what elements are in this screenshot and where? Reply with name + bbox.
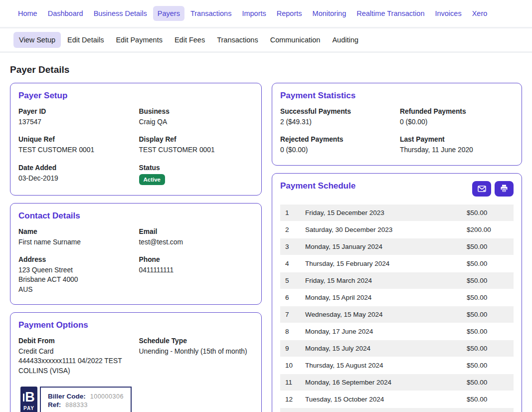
bpay-logo-icon: B PAY (20, 387, 37, 412)
nav-item-realtime-transaction[interactable]: Realtime Transaction (352, 6, 429, 21)
subnav-tab-edit-details[interactable]: Edit Details (62, 32, 109, 48)
schedule-cell-amount: $50.00 (462, 391, 514, 408)
schedule-cell-num: 12 (280, 391, 300, 408)
nav-item-reports[interactable]: Reports (272, 6, 307, 21)
schedule-cell-date: Thursday, 15 February 2024 (300, 255, 462, 272)
schedule-cell-amount: $50.00 (462, 374, 514, 391)
page-title: Payer Details (10, 64, 522, 75)
nav-item-home[interactable]: Home (13, 6, 42, 21)
schedule-row: 7Wednesday, 15 May 2024$50.00 (280, 306, 514, 323)
schedule-cell-amount: $50.00 (462, 205, 514, 221)
schedule-cell-amount: $50.00 (462, 289, 514, 306)
top-navbar: HomeDashboardBusiness DetailsPayersTrans… (0, 0, 532, 28)
payment-statistics-title: Payment Statistics (280, 91, 514, 101)
nav-item-xero[interactable]: Xero (468, 6, 492, 21)
schedule-cell-num: 6 (280, 289, 300, 306)
schedule-type-value: Unending - Monthly (15th of month) (139, 347, 254, 356)
schedule-cell-amount: $50.00 (462, 408, 514, 412)
schedule-type-field: Schedule Type Unending - Monthly (15th o… (139, 337, 254, 376)
schedule-row: 8Monday, 17 June 2024$50.00 (280, 323, 514, 340)
schedule-cell-amount: $50.00 (462, 357, 514, 374)
schedule-cell-amount: $50.00 (462, 306, 514, 323)
payment-statistics-card: Payment Statistics Successful Payments 2… (272, 83, 522, 166)
subnav-tab-auditing[interactable]: Auditing (327, 32, 363, 48)
schedule-cell-num: 7 (280, 306, 300, 323)
contact-details-title: Contact Details (18, 211, 253, 221)
schedule-cell-amount: $50.00 (462, 340, 514, 357)
subnav-tab-edit-payments[interactable]: Edit Payments (110, 32, 168, 48)
subnav-tab-view-setup[interactable]: View Setup (13, 32, 61, 48)
subnav-tab-communication[interactable]: Communication (265, 32, 326, 48)
successful-payments-field: Successful Payments 2 ($49.31) (280, 108, 394, 127)
schedule-cell-date: Friday, 15 November 2024 (300, 408, 462, 412)
schedule-row: 10Thursday, 15 August 2024$50.00 (280, 357, 514, 374)
status-field: Status Active (139, 164, 254, 185)
display-ref-label: Display Ref (139, 136, 254, 143)
display-ref-value: TEST CUSTOMER 0001 (139, 145, 254, 155)
rejected-payments-field: Rejected Payments 0 ($0.00) (280, 136, 394, 155)
print-schedule-button[interactable] (495, 181, 514, 197)
nav-item-transactions[interactable]: Transactions (186, 6, 236, 21)
refunded-payments-field: Refunded Payments 0 ($0.00) (400, 108, 514, 127)
schedule-cell-num: 5 (280, 272, 300, 289)
successful-payments-label: Successful Payments (280, 108, 394, 115)
schedule-cell-date: Monday, 16 September 2024 (300, 374, 462, 391)
payer-id-value: 137547 (18, 117, 133, 127)
name-label: Name (18, 228, 133, 235)
schedule-cell-num: 4 (280, 255, 300, 272)
nav-item-monitoring[interactable]: Monitoring (308, 6, 351, 21)
bpay-i-bar (23, 394, 24, 402)
debit-from-field: Debit From Credit Card 444433xxxxxx1111 … (18, 337, 133, 376)
refunded-payments-value: 0 ($0.00) (400, 117, 514, 127)
bpay-pay-text: PAY (23, 406, 34, 411)
debit-from-value: Credit Card 444433xxxxxx1111 04/2022 TES… (18, 347, 133, 376)
bpay-b-glyph: B (25, 391, 35, 404)
schedule-cell-num: 8 (280, 323, 300, 340)
schedule-cell-date: Saturday, 30 December 2023 (300, 221, 462, 238)
nav-item-imports[interactable]: Imports (237, 6, 270, 21)
schedule-row: 1Friday, 15 December 2023$50.00 (280, 205, 514, 221)
rejected-payments-label: Rejected Payments (280, 136, 394, 143)
schedule-row: 6Monday, 15 April 2024$50.00 (280, 289, 514, 306)
date-added-field: Date Added 03-Dec-2019 (18, 164, 133, 185)
nav-item-business-details[interactable]: Business Details (89, 6, 152, 21)
display-ref-field: Display Ref TEST CUSTOMER 0001 (139, 136, 254, 155)
business-value: Craig QA (139, 117, 254, 127)
schedule-cell-amount: $50.00 (462, 255, 514, 272)
nav-item-payers[interactable]: Payers (153, 6, 184, 21)
last-payment-label: Last Payment (400, 136, 514, 143)
schedule-cell-num: 10 (280, 357, 300, 374)
schedule-row: 4Thursday, 15 February 2024$50.00 (280, 255, 514, 272)
subnav-tab-transactions[interactable]: Transactions (211, 32, 263, 48)
schedule-type-label: Schedule Type (139, 337, 254, 345)
biller-info-box: Biller Code: 100000306 Ref: 888333 (40, 387, 132, 412)
schedule-cell-date: Monday, 15 July 2024 (300, 340, 462, 357)
schedule-row: 2Saturday, 30 December 2023$200.00 (280, 221, 514, 238)
biller-code-label: Biller Code: (48, 393, 86, 400)
last-payment-value: Thursday, 11 June 2020 (400, 145, 514, 155)
payer-subnav: View SetupEdit DetailsEdit PaymentsEdit … (0, 28, 532, 53)
payment-options-card: Payment Options Debit From Credit Card 4… (10, 312, 262, 412)
nav-item-invoices[interactable]: Invoices (430, 6, 466, 21)
subnav-tab-edit-fees[interactable]: Edit Fees (169, 32, 210, 48)
debit-from-label: Debit From (18, 337, 133, 345)
schedule-row: 11Monday, 16 September 2024$50.00 (280, 374, 514, 391)
schedule-cell-amount: $50.00 (462, 323, 514, 340)
email-schedule-button[interactable] (472, 181, 491, 197)
address-value: 123 Queen Street Brisbane ACT 4000 AUS (18, 265, 133, 294)
schedule-cell-amount: $50.00 (462, 272, 514, 289)
biller-code-line: Biller Code: 100000306 (48, 393, 124, 400)
biller-ref-label: Ref: (48, 401, 61, 409)
nav-item-dashboard[interactable]: Dashboard (43, 6, 88, 21)
payer-setup-card: Payer Setup Payer ID 137547 Business Cra… (10, 83, 262, 196)
envelope-icon (478, 185, 486, 193)
status-badge: Active (139, 174, 166, 185)
payer-setup-title: Payer Setup (18, 91, 253, 101)
schedule-cell-num: 2 (280, 221, 300, 238)
payer-id-field: Payer ID 137547 (18, 108, 133, 127)
bpay-mark: B (23, 391, 35, 404)
payment-schedule-title: Payment Schedule (280, 181, 355, 191)
status-label: Status (139, 164, 254, 172)
address-label: Address (18, 256, 133, 263)
successful-payments-value: 2 ($49.31) (280, 117, 394, 127)
